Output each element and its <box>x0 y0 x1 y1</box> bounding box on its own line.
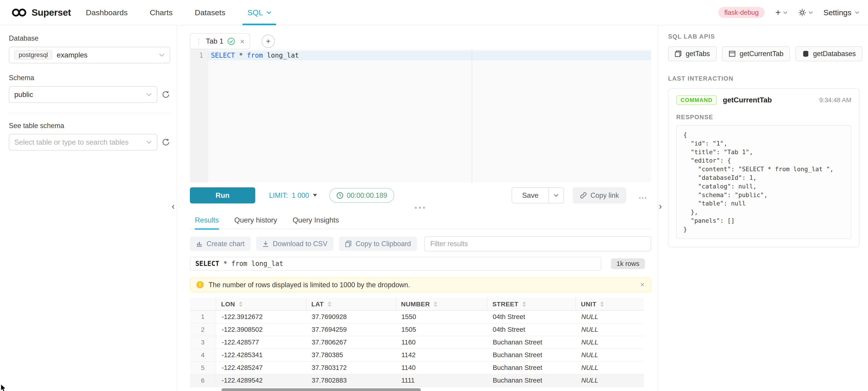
api-panel-title: SQL LAB APIS <box>668 33 862 40</box>
sort-icon[interactable] <box>239 301 243 307</box>
table-row[interactable]: 4-122.428534137.7803851142Buchanan Stree… <box>190 349 644 361</box>
table-cell: Buchanan Street <box>487 336 576 349</box>
collapse-sidebar-button[interactable]: ‹ <box>172 201 175 211</box>
copy-to-clipboard-button[interactable]: Copy to Clipboard <box>339 237 417 251</box>
chevron-down-icon <box>808 11 813 14</box>
limit-value: 1 000 <box>292 191 309 199</box>
close-icon[interactable]: × <box>640 281 645 288</box>
table-cell: NULL <box>576 349 644 361</box>
column-label: STREET <box>492 301 519 308</box>
new-item-dropdown-button[interactable]: + <box>775 9 787 17</box>
get-databases-button[interactable]: getDatabases <box>796 46 862 61</box>
editor-code[interactable]: SELECT * from long_lat <box>208 49 651 183</box>
table-cell: 37.7803172 <box>306 361 396 374</box>
table-select[interactable]: Select table or type to search tables <box>9 134 157 151</box>
row-number: 5 <box>190 361 216 374</box>
table-cell: 37.7690928 <box>306 311 396 323</box>
nav-item-charts[interactable]: Charts <box>150 0 173 25</box>
chevron-down-icon <box>783 11 787 14</box>
collapse-api-panel-button[interactable]: › <box>659 201 662 211</box>
schema-select[interactable]: public <box>9 86 157 103</box>
nav-item-dashboards[interactable]: Dashboards <box>86 0 128 25</box>
save-dropdown-button[interactable] <box>549 187 564 203</box>
nav-item-datasets[interactable]: Datasets <box>195 0 225 25</box>
copy-link-button[interactable]: Copy link <box>573 187 626 203</box>
row-number: 1 <box>190 311 216 323</box>
horizontal-scrollbar[interactable] <box>190 388 644 391</box>
table-cell: NULL <box>576 323 644 336</box>
column-header[interactable]: LAT <box>306 298 396 311</box>
refresh-tables-icon[interactable] <box>162 138 170 146</box>
scrollbar-thumb[interactable] <box>221 388 421 391</box>
get-tabs-button[interactable]: getTabs <box>668 46 716 61</box>
row-number-header <box>190 298 216 311</box>
sort-icon[interactable] <box>600 301 604 307</box>
sqllab-api-panel: SQL LAB APIS getTabs getCurrentTab <box>658 26 868 391</box>
sqllab-left-sidebar: Database postgresql examples Schema publ… <box>0 26 177 391</box>
interaction-timestamp: 9:34:48 AM <box>819 97 851 104</box>
column-header[interactable]: LON <box>216 298 306 311</box>
caret-down-icon <box>313 194 317 197</box>
schema-label: Schema <box>9 74 170 82</box>
save-button[interactable]: Save <box>512 187 549 203</box>
table-cell: 1550 <box>396 311 487 323</box>
download-csv-button[interactable]: Download to CSV <box>256 237 333 251</box>
sort-icon[interactable] <box>434 301 437 307</box>
chevron-down-icon <box>159 53 164 57</box>
row-number: 3 <box>190 336 216 349</box>
table-cell: 1160 <box>396 336 487 349</box>
table-cell: 04th Street <box>487 311 576 323</box>
table-row[interactable]: 1-122.391267237.7690928155004th StreetNU… <box>190 311 644 323</box>
run-button[interactable]: Run <box>190 187 255 203</box>
tab-query-history[interactable]: Query history <box>235 211 277 229</box>
refresh-schemas-icon[interactable] <box>162 90 170 99</box>
theme-toggle-button[interactable] <box>798 8 813 17</box>
sql-editor[interactable]: 1 SELECT * from long_lat <box>190 49 651 183</box>
row-number: 4 <box>190 349 216 361</box>
nav-item-sql[interactable]: SQL <box>248 0 271 25</box>
tab-query-insights[interactable]: Query Insights <box>292 211 339 229</box>
filter-results-input[interactable] <box>424 236 651 251</box>
get-current-tab-button[interactable]: getCurrentTab <box>722 46 790 61</box>
create-chart-button[interactable]: Create chart <box>190 237 251 251</box>
plus-icon: + <box>775 9 781 17</box>
link-icon <box>580 192 587 199</box>
table-cell: NULL <box>576 336 644 349</box>
interaction-header: COMMAND getCurrentTab 9:34:48 AM <box>669 89 859 107</box>
add-tab-button[interactable]: + <box>261 34 275 48</box>
database-select[interactable]: postgresql examples <box>9 47 170 63</box>
print-margin-line <box>472 49 472 183</box>
pane-resize-handle[interactable]: ●●● <box>190 206 651 210</box>
current-tab-icon <box>728 50 736 58</box>
chart-icon <box>196 240 203 247</box>
column-label: UNIT <box>581 301 596 308</box>
column-header[interactable]: NUMBER <box>396 298 487 311</box>
brand-link[interactable]: Superset <box>11 7 71 18</box>
tab-results[interactable]: Results <box>195 211 219 229</box>
query-tab[interactable]: ⋮ Tab 1 × <box>190 33 250 49</box>
environment-badge: flask-debug <box>718 7 765 18</box>
table-cell: 1505 <box>396 323 487 336</box>
editor-toolbar: Run LIMIT: 1 000 00:00:00.189 Save <box>190 187 651 204</box>
column-header[interactable]: STREET <box>487 298 576 311</box>
table-cell: 37.7694259 <box>306 323 396 336</box>
primary-nav: Dashboards Charts Datasets SQL <box>86 0 293 25</box>
drag-handle-icon[interactable]: ⋮ <box>195 37 202 45</box>
column-header[interactable]: UNIT <box>576 298 644 311</box>
response-label: RESPONSE <box>669 107 859 121</box>
api-buttons: getTabs getCurrentTab getDatabases <box>668 46 862 61</box>
sort-icon[interactable] <box>328 301 331 307</box>
more-options-button[interactable]: … <box>638 193 648 198</box>
table-row[interactable]: 6-122.428954237.78028831111Buchanan Stre… <box>190 374 644 387</box>
sort-icon[interactable] <box>522 301 526 307</box>
warning-icon: ! <box>196 281 204 288</box>
table-cell: 04th Street <box>487 323 576 336</box>
table-cell: 37.7802883 <box>306 374 396 387</box>
table-row[interactable]: 2-122.390850237.7694259150504th StreetNU… <box>190 323 644 336</box>
close-tab-icon[interactable]: × <box>240 37 245 45</box>
limit-dropdown[interactable]: LIMIT: 1 000 <box>269 191 317 199</box>
command-name: getCurrentTab <box>723 96 772 104</box>
table-row[interactable]: 5-122.428524737.78031721140Buchanan Stre… <box>190 361 644 374</box>
table-row[interactable]: 3-122.42857737.78062671160Buchanan Stree… <box>190 336 644 349</box>
settings-menu-button[interactable]: Settings <box>824 8 859 17</box>
